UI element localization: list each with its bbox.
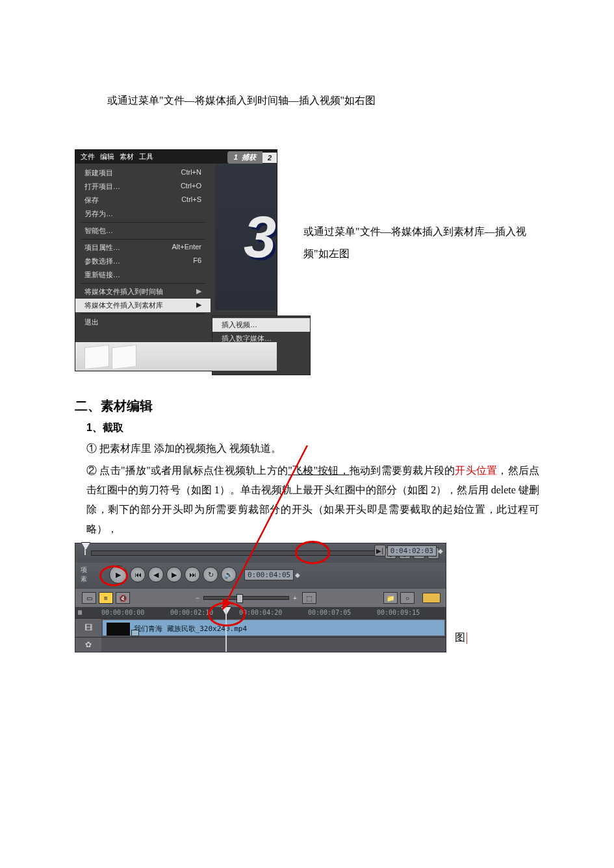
zoom-in-icon[interactable]: + xyxy=(293,595,297,602)
step-1: ① 把素材库里 添加的视频拖入 视频轨道。 xyxy=(86,439,539,458)
subsection-heading: 1、截取 xyxy=(86,421,539,435)
step-2: ② 点击"播放"或者用鼠标点住视频轨上方的"飞梭"按钮，拖动到需要剪裁片段的开头… xyxy=(86,461,539,539)
mi-label: 插入视频… xyxy=(222,320,257,330)
mute-toggle[interactable]: 🔇 xyxy=(116,592,130,604)
time-ruler[interactable]: ▥ 00:00:00:00 00:00:02:10 00:00:04:20 00… xyxy=(75,607,446,618)
text-cursor-icon xyxy=(467,632,467,644)
transport-row: 项 素 ▶ ⏮ ◀ ▶ ⏭ ↻ 🔈 0:00:04:05 ◆ xyxy=(75,563,446,589)
mi-shortcut: F6 xyxy=(193,256,201,266)
menu-item-projectprops[interactable]: 项目属性… Alt+Enter xyxy=(75,241,211,254)
step2-part: ② 点击"播放"或者用鼠标点住视频轨上方的 xyxy=(86,465,288,476)
file-dropdown: 新建项目 Ctrl+N 打开项目… Ctrl+O 保存 Ctrl+S 另存为… xyxy=(75,164,211,332)
ruler-head-icon: ▥ xyxy=(78,608,82,615)
menubar-edit: 编辑 xyxy=(100,152,114,162)
tab-capture: 1 捕获 xyxy=(227,151,262,164)
menu-separator xyxy=(81,314,205,314)
mi-label: 参数选择… xyxy=(84,256,120,266)
film-icon: 🎞 xyxy=(84,623,92,632)
intro-text: 或通过菜单"文件—将媒体插入到时间轴—插入视频"如右图 xyxy=(107,91,539,110)
timeline-top-row: [ ] ✂ ▣ ▶| 0:04:02:03 ◆ xyxy=(75,543,446,563)
menu-item-exit[interactable]: 退出 xyxy=(75,316,211,329)
mi-shortcut: Ctrl+S xyxy=(181,195,201,205)
countdown-digit-icon: 3 xyxy=(244,204,276,271)
step2-shuttle-underlined: "飞梭"按钮， xyxy=(288,465,350,477)
menu-item-relink[interactable]: 重新链接… xyxy=(75,268,211,282)
menu-item-prefs[interactable]: 参数选择… F6 xyxy=(75,254,211,268)
menu-item-new[interactable]: 新建项目 Ctrl+N xyxy=(75,166,211,180)
menubar-file: 文件 xyxy=(81,152,95,162)
next-frame-button[interactable]: ▶ xyxy=(166,567,182,582)
timecode-stepper-icon[interactable]: ◆ xyxy=(438,547,443,554)
current-timecode: 0:00:04:05 xyxy=(244,569,294,580)
overlay-track: ✿ xyxy=(75,637,446,652)
render-button[interactable] xyxy=(422,593,441,603)
menubar-tool: 工具 xyxy=(139,152,153,162)
ruler-tick: 00:00:04:20 xyxy=(239,609,308,616)
step2-start-red: 开头位置 xyxy=(455,465,497,476)
mi-label: 退出 xyxy=(84,317,99,327)
play-button[interactable]: ▶ xyxy=(109,565,127,584)
menu-item-smartpack[interactable]: 智能包… xyxy=(75,224,211,238)
section-heading: 二、素材编辑 xyxy=(75,397,539,415)
go-end-button[interactable]: ⏭ xyxy=(185,567,200,582)
mi-label: 将媒体文件插入到时间轴 xyxy=(84,287,163,297)
video-track: 🎞 我们青海 藏族民歌_320x240.mp4 xyxy=(75,618,446,637)
ruler-tick: 00:00:00:00 xyxy=(101,609,170,616)
timeline-screenshot: [ ] ✂ ▣ ▶| 0:04:02:03 ◆ 项 素 ▶ ⏮ xyxy=(75,543,446,652)
loop-button[interactable]: ↻ xyxy=(203,567,218,582)
mi-shortcut: Ctrl+O xyxy=(181,182,201,192)
tab-strip: 1 捕获 2 xyxy=(227,151,277,164)
mi-label: 项目属性… xyxy=(84,243,120,253)
step2-part: 单击 xyxy=(240,484,261,495)
clip-thumbnail xyxy=(107,623,130,636)
submenu-arrow-icon: ▶ xyxy=(196,301,201,310)
zoom-slider[interactable] xyxy=(203,596,289,600)
prev-frame-button[interactable]: ◀ xyxy=(148,567,164,582)
skip-end-icon[interactable]: ▶| xyxy=(374,545,386,556)
overlay-track-head[interactable]: ✿ xyxy=(75,638,101,652)
mi-label: 另存为… xyxy=(84,209,113,219)
menu-item-insert-timeline[interactable]: 将媒体文件插入到时间轴 ▶ xyxy=(75,285,211,299)
video-clip[interactable]: 我们青海 藏族民歌_320x240.mp4 xyxy=(103,620,444,636)
menu-item-insert-library[interactable]: 将媒体文件插入到素材库 ▶ xyxy=(75,299,211,312)
preview-pane: 3 xyxy=(215,164,276,310)
mi-shortcut: Ctrl+N xyxy=(181,168,201,178)
mi-label: 智能包… xyxy=(84,226,113,236)
zoom-out-icon[interactable]: − xyxy=(196,595,199,602)
overlay-icon: ✿ xyxy=(85,640,92,649)
tab1-num: 1 xyxy=(234,153,238,161)
video-track-head[interactable]: 🎞 xyxy=(75,619,101,637)
mi-label: 重新链接… xyxy=(84,270,120,280)
misc-button[interactable]: ○ xyxy=(400,592,415,604)
view-mode-2[interactable]: ≡ xyxy=(99,592,113,604)
menu-item-saveas[interactable]: 另存为… xyxy=(75,207,211,221)
menu-item-save[interactable]: 保存 Ctrl+S xyxy=(75,193,211,207)
scrubber-bar[interactable] xyxy=(91,551,381,556)
mi-label: 将媒体文件插入到素材库 xyxy=(84,301,163,310)
mi-label: 新建项目 xyxy=(84,168,113,178)
menu-caption: 或通过菜单"文件—将媒体插入到素材库—插入视频"如左图 xyxy=(303,221,539,265)
tab1-label: 捕获 xyxy=(242,153,256,161)
total-timecode: 0:04:02:03 xyxy=(387,545,437,556)
tab-2: 2 xyxy=(262,153,277,163)
menu-separator xyxy=(81,283,205,284)
ruler-tick: 00:00:07:05 xyxy=(308,609,377,616)
mini-playhead-icon xyxy=(84,543,86,555)
figure-label: 图 xyxy=(455,631,467,645)
mi-label: 保存 xyxy=(84,195,99,205)
folder-button[interactable]: 📁 xyxy=(383,592,398,604)
fit-button[interactable]: ⬚ xyxy=(302,592,316,604)
view-mode-1[interactable]: ▭ xyxy=(82,592,96,604)
mi-shortcut: Alt+Enter xyxy=(172,243,201,253)
side-label: 素 xyxy=(81,575,87,584)
tool-row: ▭ ≡ 🔇 − + ⬚ 📁 ○ xyxy=(75,589,446,607)
submenu-insert-video[interactable]: 插入视频… xyxy=(212,318,310,332)
top-right-time-area: ▶| 0:04:02:03 ◆ xyxy=(373,545,443,556)
zoom-knob-icon[interactable] xyxy=(237,594,243,603)
timecode-stepper-icon[interactable]: ◆ xyxy=(295,571,300,578)
go-start-button[interactable]: ⏮ xyxy=(130,567,146,582)
mi-label: 打开项目… xyxy=(84,182,120,192)
menu-separator xyxy=(81,239,205,240)
menu-item-open[interactable]: 打开项目… Ctrl+O xyxy=(75,180,211,193)
volume-button[interactable]: 🔈 xyxy=(221,567,237,582)
